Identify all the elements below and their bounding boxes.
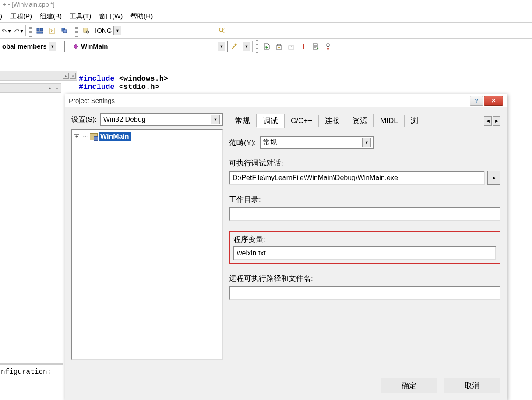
function-combo[interactable]: WinMain ▼	[70, 41, 228, 52]
panel-pin-icon[interactable]: ▲	[47, 85, 53, 91]
build-icon[interactable]	[273, 41, 285, 52]
scope-combo[interactable]: obal members ▼	[0, 41, 65, 52]
toolbar-grip-icon[interactable]	[75, 25, 78, 37]
wizard-icon[interactable]	[229, 41, 240, 52]
chevron-down-icon[interactable]: ▼	[362, 138, 371, 147]
toolbar-separator	[213, 25, 215, 36]
tab-debug[interactable]: 调试	[257, 114, 285, 128]
side-panels: ▲ × ▲ ×	[0, 71, 77, 93]
program-arguments-label: 程序变量:	[233, 234, 496, 244]
cancel-button[interactable]: 取消	[444, 378, 500, 393]
executable-label: 可执行调试对话:	[229, 158, 500, 168]
svg-rect-1	[40, 28, 43, 31]
settings-for-label: 设置(S):	[71, 115, 97, 124]
menu-item-help[interactable]: 帮助(H)	[130, 12, 153, 21]
toolbar-separator	[67, 41, 68, 52]
settings-tabs: 常规 调试 C/C++ 连接 资源 MIDL 浏 ◀ ▶	[229, 113, 500, 128]
dialog-close-button[interactable]: ✕	[484, 96, 503, 106]
tab-scroll-left-icon[interactable]: ◀	[484, 116, 492, 126]
find-combo-text: IONG	[95, 27, 112, 34]
chevron-down-icon[interactable]: ▼	[49, 42, 56, 51]
code-text: <windows.h>	[115, 74, 168, 83]
toolbar-separator	[72, 25, 74, 36]
configuration-value: Win32 Debug	[103, 116, 146, 124]
title-text: + - [WinMain.cpp *]	[3, 1, 55, 8]
chevron-down-icon[interactable]: ▼	[211, 115, 220, 124]
configuration-combo[interactable]: Win32 Debug ▼	[100, 113, 223, 126]
menu-item-build[interactable]: 组建(B)	[40, 12, 62, 21]
tab-general[interactable]: 常规	[229, 114, 257, 127]
menu-bar: ) 工程(P) 组建(B) 工具(T) 窗口(W) 帮助(H)	[0, 11, 532, 23]
menu-item-tools[interactable]: 工具(T)	[70, 12, 91, 21]
dialog-help-button[interactable]: ?	[470, 96, 483, 106]
find-in-files-icon[interactable]	[81, 25, 92, 36]
dialog-right-pane: 常规 调试 C/C++ 连接 资源 MIDL 浏 ◀ ▶ 范畴(Y): 常规 ▼…	[229, 113, 500, 360]
scope-combo-text: obal members	[2, 42, 47, 50]
output-panel-partial: nfiguration:	[0, 342, 63, 379]
category-row: 范畴(Y): 常规 ▼	[229, 136, 500, 149]
tab-midl[interactable]: MIDL	[374, 115, 405, 127]
svg-point-12	[303, 44, 304, 46]
panel-pin-icon[interactable]: ▲	[63, 73, 69, 79]
program-arguments-input[interactable]: weixin.txt	[233, 246, 496, 260]
tree-expand-icon[interactable]: +	[74, 134, 79, 139]
toolbar-separator	[252, 41, 254, 52]
code-editor[interactable]: #include <windows.h> #include <stdio.h>	[79, 74, 168, 91]
output-icon[interactable]	[46, 25, 58, 36]
svg-rect-2	[37, 32, 43, 33]
project-tree[interactable]: + ⋯ WinMain	[71, 129, 223, 360]
toolbar-2: obal members ▼ WinMain ▼ ▼	[0, 39, 532, 54]
menu-item-project[interactable]: 工程(P)	[10, 12, 32, 21]
code-text: <stdio.h>	[115, 83, 159, 91]
window-list-icon[interactable]	[59, 25, 70, 36]
panel-header-2: ▲ ×	[0, 83, 61, 93]
diamond-icon	[72, 43, 79, 50]
tab-resources[interactable]: 资源	[346, 114, 374, 127]
tab-link[interactable]: 连接	[319, 114, 346, 127]
category-value: 常规	[263, 138, 277, 147]
breakpoint-icon[interactable]	[322, 41, 334, 52]
working-directory-input[interactable]	[229, 207, 500, 221]
tab-scroll-right-icon[interactable]: ▶	[493, 116, 500, 126]
category-combo[interactable]: 常规 ▼	[260, 136, 374, 149]
chevron-down-icon[interactable]: ▼	[113, 26, 121, 35]
menu-item-partial[interactable]: )	[0, 12, 2, 21]
remote-executable-input[interactable]	[229, 286, 500, 300]
toolbar-1: ▾ ▾ IONG ▼ ?	[0, 23, 532, 39]
panel-close-icon[interactable]: ×	[54, 85, 60, 91]
dialog-footer: 确定 取消	[381, 378, 500, 393]
redo-dropdown-icon[interactable]: ▾	[12, 25, 24, 36]
browse-executable-button[interactable]: ▶	[487, 171, 500, 185]
tab-cpp[interactable]: C/C++	[285, 115, 319, 127]
execute-icon[interactable]	[298, 41, 309, 52]
panel-close-icon[interactable]: ×	[70, 73, 76, 79]
find-combo[interactable]: IONG ▼	[93, 25, 211, 36]
program-arguments-highlight: 程序变量: weixin.txt	[229, 231, 500, 264]
executable-input[interactable]: D:\PetFile\myLearnFile\WinMain\Debug\Win…	[229, 171, 485, 185]
toolbar-grip-icon[interactable]	[29, 25, 32, 37]
project-settings-dialog: Project Settings ? ✕ 设置(S): Win32 Debug …	[65, 94, 507, 400]
function-combo-text: WinMain	[81, 42, 108, 50]
chevron-down-icon[interactable]: ▼	[243, 42, 250, 51]
tab-browse[interactable]: 浏	[405, 114, 424, 127]
working-directory-row: 工作目录:	[229, 195, 500, 221]
tree-item-winmain[interactable]: + ⋯ WinMain	[74, 132, 220, 142]
toolbar-grip-icon[interactable]	[256, 40, 258, 53]
ok-button[interactable]: 确定	[381, 378, 437, 393]
search-help-icon[interactable]: ?	[216, 25, 228, 36]
compile-icon[interactable]	[261, 41, 272, 52]
svg-point-7	[219, 28, 223, 32]
executable-row: 可执行调试对话: D:\PetFile\myLearnFile\WinMain\…	[229, 158, 500, 185]
chevron-down-icon[interactable]: ▼	[218, 42, 225, 51]
window-title: + - [WinMain.cpp *]	[0, 0, 532, 11]
undo-dropdown-icon[interactable]: ▾	[0, 25, 11, 36]
toolbar-separator	[25, 25, 27, 36]
remote-executable-row: 远程可执行路径和文件名:	[229, 273, 500, 300]
workspace-icon[interactable]	[34, 25, 46, 36]
go-icon[interactable]	[310, 41, 321, 52]
panel-header-1: ▲ ×	[0, 71, 77, 81]
stop-build-icon[interactable]	[285, 41, 297, 52]
menu-item-window[interactable]: 窗口(W)	[99, 12, 123, 21]
dialog-body: 设置(S): Win32 Debug ▼ + ⋯ WinMain 常规	[65, 107, 507, 366]
svg-point-14	[327, 48, 329, 50]
